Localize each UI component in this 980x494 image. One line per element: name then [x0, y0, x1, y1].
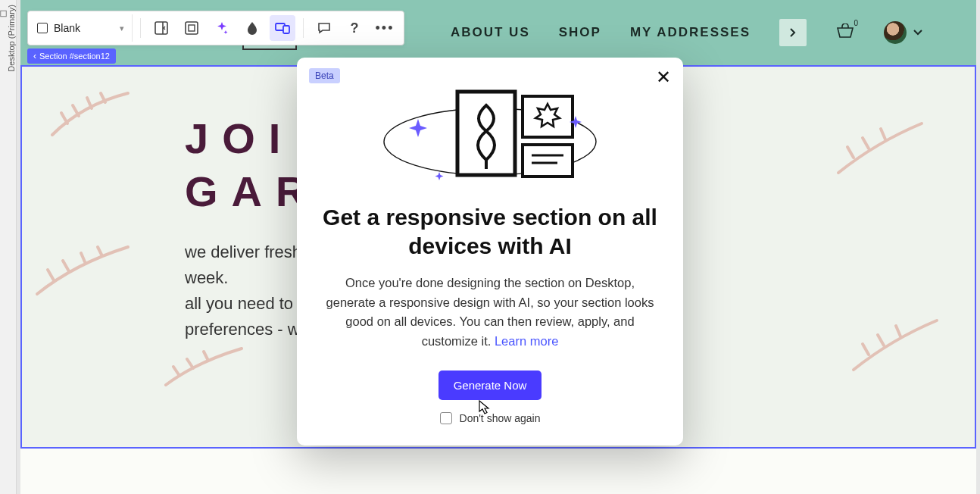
ai-responsive-modal: Beta ✕ Get a — [297, 58, 683, 446]
close-icon: ✕ — [656, 67, 671, 87]
modal-description: Once you're done designing the section o… — [323, 274, 657, 351]
beta-badge: Beta — [309, 68, 340, 83]
svg-rect-10 — [523, 145, 573, 177]
modal-title: Get a responsive section on all devices … — [323, 203, 657, 260]
dont-show-checkbox[interactable] — [440, 412, 452, 424]
dont-show-label: Don't show again — [460, 412, 541, 424]
learn-more-link[interactable]: Learn more — [495, 334, 558, 348]
generate-now-button[interactable]: Generate Now — [439, 370, 542, 400]
modal-illustration — [323, 79, 657, 200]
modal-overlay: Beta ✕ Get a — [0, 0, 980, 494]
close-button[interactable]: ✕ — [656, 67, 671, 88]
